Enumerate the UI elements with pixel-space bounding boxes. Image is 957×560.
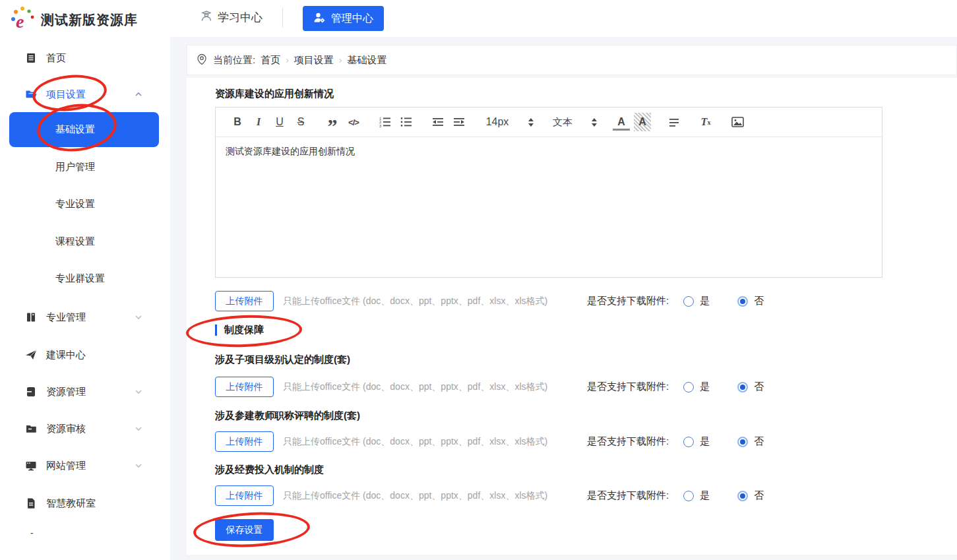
line-height-icon[interactable] bbox=[665, 113, 683, 131]
sidebar-item-website-management[interactable]: 网站管理 bbox=[0, 456, 170, 475]
chevron-down-icon bbox=[134, 461, 143, 470]
upload-row-2: 上传附件 只能上传office文件 (doc、docx、ppt、pptx、pdf… bbox=[215, 377, 931, 397]
sidebar-item-home[interactable]: 首页 bbox=[0, 49, 170, 67]
underline-icon[interactable]: U bbox=[271, 113, 288, 131]
breadcrumb-separator: › bbox=[286, 55, 289, 65]
sidebar-item-course-building-center[interactable]: 建课中心 bbox=[0, 346, 170, 364]
sidebar-item-label: 网站管理 bbox=[46, 460, 86, 472]
radio-no-label: 否 bbox=[754, 381, 764, 393]
font-color-icon[interactable]: A bbox=[613, 116, 630, 131]
breadcrumb-project-settings[interactable]: 项目设置 bbox=[294, 54, 334, 67]
sidebar-item-label: 项目设置 bbox=[46, 88, 86, 101]
field-label-teacher-title: 涉及参建教师职称评聘的制度(套) bbox=[215, 410, 360, 422]
sidebar-item-user-management[interactable]: 用户管理 bbox=[0, 158, 170, 176]
admin-center-label: 管理中心 bbox=[331, 12, 373, 26]
upload-attachment-button[interactable]: 上传附件 bbox=[215, 291, 274, 311]
sidebar-item-major-management[interactable]: 专业管理 bbox=[0, 308, 170, 327]
radio-no-label: 否 bbox=[754, 295, 764, 307]
admin-center-button[interactable]: 管理中心 bbox=[303, 6, 384, 31]
bullet-list-icon[interactable] bbox=[398, 113, 415, 131]
blockquote-icon[interactable]: ” bbox=[324, 113, 341, 131]
section-title: 制度保障 bbox=[224, 324, 264, 336]
radio-circle bbox=[683, 491, 694, 501]
sidebar-item-course-settings[interactable]: 课程设置 bbox=[0, 232, 170, 251]
paper-plane-icon bbox=[25, 349, 37, 361]
upload-attachment-button[interactable]: 上传附件 bbox=[215, 431, 274, 452]
format-stepper-icon[interactable] bbox=[592, 118, 597, 127]
sidebar-collapsed-item: - bbox=[30, 528, 34, 538]
editor-content[interactable]: 测试资源库建设的应用创新情况 bbox=[216, 137, 882, 166]
download-question-label: 是否支持下载附件: bbox=[587, 435, 669, 448]
code-view-icon[interactable]: </> bbox=[345, 113, 362, 131]
sidebar-item-label: 首页 bbox=[46, 52, 66, 65]
format-select[interactable]: 文本 bbox=[549, 113, 576, 131]
radio-no-selected[interactable]: 否 bbox=[737, 489, 764, 502]
upload-attachment-button[interactable]: 上传附件 bbox=[215, 485, 274, 506]
radio-circle-selected bbox=[737, 437, 748, 447]
insert-image-icon[interactable] bbox=[729, 113, 746, 131]
sidebar-item-major-settings[interactable]: 专业设置 bbox=[0, 195, 170, 213]
section-accent-bar bbox=[215, 325, 217, 336]
settings-form-card: 资源库建设的应用创新情况 B I U S ” </> 123 bbox=[187, 78, 957, 555]
chevron-down-icon bbox=[134, 313, 143, 322]
sidebar-item-resource-management[interactable]: 资源管理 bbox=[0, 383, 170, 401]
upload-attachment-button[interactable]: 上传附件 bbox=[215, 377, 274, 397]
editor-toolbar: B I U S ” </> 123 bbox=[216, 108, 882, 137]
sidebar-item-basic-settings[interactable]: 基础设置 bbox=[9, 112, 159, 147]
folder-icon bbox=[25, 423, 37, 435]
indent-icon[interactable] bbox=[450, 113, 468, 131]
radio-yes[interactable]: 是 bbox=[683, 489, 710, 502]
radio-yes-label: 是 bbox=[700, 381, 710, 393]
sidebar-item-label: 基础设置 bbox=[55, 123, 95, 136]
radio-no-selected[interactable]: 否 bbox=[737, 381, 764, 393]
breadcrumb: 当前位置: 首页 › 项目设置 › 基础设置 bbox=[187, 45, 957, 75]
radio-yes[interactable]: 是 bbox=[683, 435, 710, 448]
book-icon bbox=[25, 311, 37, 323]
save-settings-button[interactable]: 保存设置 bbox=[215, 519, 274, 541]
bold-icon[interactable]: B bbox=[229, 113, 246, 131]
sidebar-item-smart-teaching-room[interactable]: 智慧教研室 bbox=[0, 494, 170, 513]
highlight-color-icon[interactable]: A bbox=[634, 113, 651, 131]
outdent-icon[interactable] bbox=[429, 113, 447, 131]
logo-text: 测试新版资源库 bbox=[41, 11, 138, 29]
breadcrumb-basic-settings[interactable]: 基础设置 bbox=[348, 54, 387, 67]
radio-yes-label: 是 bbox=[700, 295, 710, 307]
rich-text-editor: B I U S ” </> 123 bbox=[215, 107, 882, 278]
ordered-list-icon[interactable]: 123 bbox=[377, 113, 394, 131]
admin-user-gear-icon bbox=[313, 11, 326, 26]
sidebar-item-project-settings[interactable]: 项目设置 bbox=[0, 85, 170, 104]
download-question-label: 是否支持下载附件: bbox=[587, 295, 669, 307]
upload-hint: 只能上传office文件 (doc、docx、ppt、pptx、pdf、xlsx… bbox=[283, 381, 547, 393]
radio-yes[interactable]: 是 bbox=[683, 381, 710, 393]
chevron-up-icon bbox=[134, 90, 143, 99]
download-support-group: 是否支持下载附件: 是 否 bbox=[587, 291, 764, 311]
strikethrough-icon[interactable]: S bbox=[292, 113, 309, 131]
italic-icon[interactable]: I bbox=[250, 113, 267, 131]
breadcrumb-prefix: 当前位置: bbox=[213, 54, 255, 67]
nav-learning-center[interactable]: 学习中心 bbox=[200, 9, 262, 26]
radio-circle-selected bbox=[737, 296, 748, 307]
radio-no-selected[interactable]: 否 bbox=[737, 295, 764, 307]
sidebar-item-major-group-settings[interactable]: 专业群设置 bbox=[0, 269, 170, 288]
editor-field-label: 资源库建设的应用创新情况 bbox=[215, 88, 334, 100]
logo-icon: e bbox=[9, 5, 36, 34]
home-icon bbox=[25, 52, 37, 64]
breadcrumb-home[interactable]: 首页 bbox=[261, 54, 280, 67]
radio-no-selected[interactable]: 否 bbox=[737, 435, 764, 448]
font-size-stepper-icon[interactable] bbox=[528, 118, 534, 127]
upload-hint: 只能上传office文件 (doc、docx、ppt、pptx、pdf、xlsx… bbox=[283, 436, 547, 448]
font-size-value[interactable]: 14px bbox=[482, 113, 512, 131]
sidebar-item-resource-review[interactable]: 资源审核 bbox=[0, 420, 170, 438]
sidebar-item-label: 资源管理 bbox=[46, 386, 86, 398]
field-label-subproject: 涉及子项目级别认定的制度(套) bbox=[215, 354, 350, 366]
download-support-group: 是否支持下载附件: 是 否 bbox=[587, 485, 764, 506]
section-header: 制度保障 bbox=[215, 324, 264, 336]
radio-yes-label: 是 bbox=[700, 489, 710, 502]
upload-row-3: 上传附件 只能上传office文件 (doc、docx、ppt、pptx、pdf… bbox=[215, 431, 931, 452]
radio-circle-selected bbox=[737, 491, 748, 501]
radio-yes[interactable]: 是 bbox=[683, 295, 710, 307]
clear-format-icon[interactable]: Tx bbox=[697, 113, 714, 131]
monitor-icon bbox=[25, 460, 37, 472]
sidebar-item-label: 智慧教研室 bbox=[46, 497, 96, 510]
radio-no-label: 否 bbox=[754, 489, 764, 502]
